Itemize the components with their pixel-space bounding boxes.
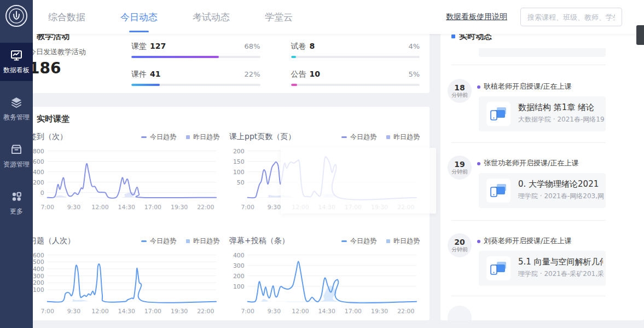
course-card[interactable]: 0. 大学物理绪论2021 理学院 · 2021春-网络203,网...: [479, 173, 606, 208]
time-unit: 分钟前: [451, 169, 468, 175]
divider: [451, 296, 606, 296]
stat-label: 课件: [131, 70, 147, 78]
svg-text:800: 800: [33, 148, 44, 155]
stat-percent: 68%: [245, 42, 260, 50]
yesterday-area-mark: [386, 239, 390, 243]
progress-fill: [291, 84, 298, 86]
divider: [451, 65, 606, 65]
checkin-line-chart[interactable]: 02004006008007:009:3012:0014:3017:0019:3…: [29, 145, 219, 218]
chart-legend[interactable]: 今日趋势 昨日趋势: [341, 133, 420, 142]
summary-label: 今日发送教学活动: [29, 47, 86, 57]
danmaku-line-chart[interactable]: 1002003004007:009:3012:0014:3017:0019:30…: [229, 249, 420, 323]
today-line-mark: [341, 240, 347, 242]
progress-track: [291, 56, 420, 58]
summary-value: 186: [29, 59, 86, 77]
activity-stats: 课堂12768% 试卷84% 课件4122% 公告105%: [131, 41, 420, 86]
today-line-mark: [141, 136, 147, 138]
sidebar-item-label: 更多: [0, 207, 33, 216]
svg-text:14:30: 14:30: [118, 204, 135, 211]
time-badge: 19 分钟前: [448, 156, 472, 180]
svg-text:100: 100: [233, 169, 245, 176]
stat-label: 公告: [291, 70, 306, 78]
svg-text:400: 400: [233, 252, 245, 259]
event-text: 耿植老师开启授课/正在上课: [484, 82, 571, 91]
event-dot-icon: [477, 162, 480, 165]
progress-fill: [291, 56, 296, 58]
chart-title: 弹幕+投稿（条）: [229, 236, 289, 246]
stat-exam: 试卷84%: [291, 41, 420, 58]
tab-xuetangyun[interactable]: 学堂云: [265, 11, 293, 24]
chart-legend[interactable]: 今日趋势 昨日趋势: [141, 237, 219, 246]
stat-percent: 5%: [408, 70, 420, 78]
svg-text:200: 200: [233, 148, 245, 155]
course-meta: 大数据学院 · 2021春-网络19...: [518, 115, 605, 124]
svg-text:17:00: 17:00: [144, 308, 161, 315]
divider: [451, 220, 606, 221]
yesterday-area-mark: [186, 135, 190, 139]
exercises-line-chart[interactable]: 1002003004005006007:009:3012:0014:3017:0…: [29, 249, 219, 323]
feed-item: 18 分钟前 耿植老师开启授课/正在上课 数据结构 第1章 绪论 大数据学院 ·…: [440, 79, 644, 142]
svg-text:100: 100: [233, 283, 245, 290]
legend-yesterday-label: 昨日趋势: [193, 133, 219, 142]
course-card[interactable]: 数据结构 第1章 绪论 大数据学院 · 2021春-网络19...: [479, 96, 606, 131]
time-number: 20: [454, 238, 465, 246]
svg-text:9:30: 9:30: [268, 204, 281, 211]
yesterday-area-mark: [186, 239, 190, 243]
course-meta: 理学院 · 2021春-采矿201,采...: [518, 269, 605, 279]
realtime-classroom-card: 实时课堂 签到（次） 今日趋势 昨日趋势 02004006008007:009:…: [19, 107, 430, 320]
legend-today-label: 今日趋势: [150, 133, 176, 142]
status-toast: 正在: [636, 25, 644, 45]
progress-fill: [131, 56, 219, 58]
progress-track: [131, 56, 260, 58]
event-text: 张世功老师开启授课/正在上课: [484, 158, 578, 168]
tab-overview[interactable]: 综合数据: [48, 11, 85, 24]
svg-text:19:30: 19:30: [371, 308, 388, 315]
svg-text:12:00: 12:00: [91, 204, 108, 211]
legend-yesterday-label: 昨日趋势: [393, 133, 420, 142]
course-card[interactable]: 5.1 向量与空间解析几何... 理学院 · 2021春-采矿201,采...: [479, 251, 606, 286]
stat-value: 127: [150, 42, 166, 50]
progress-track: [291, 84, 420, 86]
stat-courseware: 课件4122%: [131, 68, 260, 86]
svg-text:200: 200: [33, 179, 44, 186]
sidebar-item-label: 数据看板: [0, 66, 33, 75]
chart-tooltip-overlay: [281, 148, 436, 214]
svg-text:7:00: 7:00: [40, 204, 54, 211]
chart-exercises: 习题（人次） 今日趋势 昨日趋势 1002003004005006007:009…: [29, 235, 219, 323]
sidebar-item-label: 教务管理: [0, 113, 33, 122]
realtime-feed-card: 实时动态 18 分钟前 耿植老师开启授课/正在上课 数据结构 第1章 绪论 大数…: [440, 24, 644, 320]
previous-item-stub: [479, 48, 606, 57]
svg-text:19:30: 19:30: [171, 204, 188, 211]
stat-classroom: 课堂12768%: [131, 41, 260, 58]
event-dot-icon: [477, 240, 480, 243]
svg-text:22:00: 22:00: [397, 308, 414, 315]
sidebar-item-academic-admin[interactable]: 教务管理: [0, 90, 33, 128]
svg-text:300: 300: [233, 262, 245, 269]
dashboard-help-link[interactable]: 数据看板使用说明: [446, 12, 507, 22]
sidebar-item-label: 资源管理: [0, 160, 33, 169]
next-item-time-badge: [448, 306, 472, 320]
sidebar-item-data-board[interactable]: 数据看板: [0, 43, 33, 81]
svg-text:300: 300: [33, 273, 44, 280]
time-number: 18: [454, 84, 465, 92]
chart-legend[interactable]: 今日趋势 昨日趋势: [141, 133, 219, 142]
time-unit: 分钟前: [451, 246, 468, 253]
sidebar-item-resource-admin[interactable]: 资源管理: [0, 137, 33, 175]
chart-legend[interactable]: 今日趋势 昨日趋势: [341, 237, 420, 246]
chart-title: 课上ppt页数（页）: [229, 132, 295, 142]
svg-text:400: 400: [33, 266, 44, 273]
section-bullet: [451, 34, 455, 38]
tab-today[interactable]: 今日动态: [120, 11, 158, 24]
sidebar-menu: 数据看板 教务管理 资源管理 更多: [0, 43, 33, 222]
section-title-row: 实时课堂: [19, 107, 430, 124]
sidebar-item-more[interactable]: 更多: [0, 184, 33, 222]
more-grid-icon: [0, 190, 33, 204]
time-number: 19: [454, 160, 465, 169]
stat-value: 41: [150, 70, 160, 78]
today-line-mark: [141, 240, 147, 242]
search-input[interactable]: [520, 8, 622, 26]
nav-tabs: 综合数据 今日动态 考试动态 学堂云: [33, 11, 293, 24]
dashboard-monitor-icon: [0, 49, 33, 63]
sidebar: 数据看板 教务管理 资源管理 更多: [0, 0, 33, 328]
tab-exams[interactable]: 考试动态: [193, 11, 230, 24]
